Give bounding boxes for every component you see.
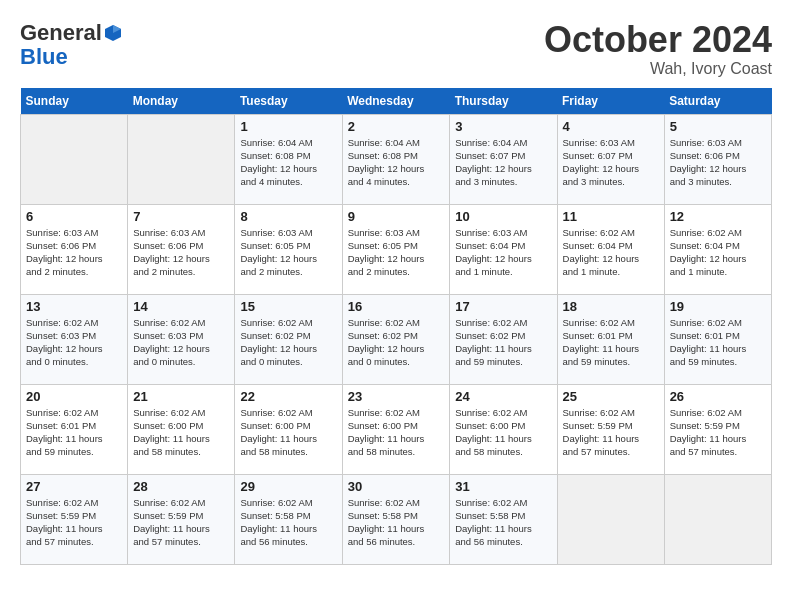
- logo-blue-text: Blue: [20, 44, 68, 70]
- day-number: 11: [563, 209, 659, 224]
- week-row-5: 27Sunrise: 6:02 AM Sunset: 5:59 PM Dayli…: [21, 474, 772, 564]
- calendar-cell: 11Sunrise: 6:02 AM Sunset: 6:04 PM Dayli…: [557, 204, 664, 294]
- calendar-cell: 26Sunrise: 6:02 AM Sunset: 5:59 PM Dayli…: [664, 384, 771, 474]
- day-info: Sunrise: 6:02 AM Sunset: 6:02 PM Dayligh…: [455, 316, 551, 369]
- day-number: 21: [133, 389, 229, 404]
- day-number: 28: [133, 479, 229, 494]
- calendar-cell: [128, 114, 235, 204]
- calendar-cell: 24Sunrise: 6:02 AM Sunset: 6:00 PM Dayli…: [450, 384, 557, 474]
- day-info: Sunrise: 6:02 AM Sunset: 6:01 PM Dayligh…: [26, 406, 122, 459]
- day-number: 7: [133, 209, 229, 224]
- calendar-cell: [21, 114, 128, 204]
- calendar-cell: 1Sunrise: 6:04 AM Sunset: 6:08 PM Daylig…: [235, 114, 342, 204]
- day-info: Sunrise: 6:03 AM Sunset: 6:06 PM Dayligh…: [133, 226, 229, 279]
- weekday-header-friday: Friday: [557, 88, 664, 115]
- week-row-2: 6Sunrise: 6:03 AM Sunset: 6:06 PM Daylig…: [21, 204, 772, 294]
- day-number: 15: [240, 299, 336, 314]
- day-number: 10: [455, 209, 551, 224]
- calendar-cell: 18Sunrise: 6:02 AM Sunset: 6:01 PM Dayli…: [557, 294, 664, 384]
- day-number: 3: [455, 119, 551, 134]
- day-info: Sunrise: 6:02 AM Sunset: 6:04 PM Dayligh…: [563, 226, 659, 279]
- calendar-cell: 20Sunrise: 6:02 AM Sunset: 6:01 PM Dayli…: [21, 384, 128, 474]
- day-info: Sunrise: 6:02 AM Sunset: 5:59 PM Dayligh…: [133, 496, 229, 549]
- day-number: 20: [26, 389, 122, 404]
- calendar-cell: 3Sunrise: 6:04 AM Sunset: 6:07 PM Daylig…: [450, 114, 557, 204]
- day-number: 12: [670, 209, 766, 224]
- day-number: 13: [26, 299, 122, 314]
- calendar-cell: 28Sunrise: 6:02 AM Sunset: 5:59 PM Dayli…: [128, 474, 235, 564]
- page-header: General Blue October 2024 Wah, Ivory Coa…: [20, 20, 772, 78]
- day-number: 27: [26, 479, 122, 494]
- calendar-cell: 31Sunrise: 6:02 AM Sunset: 5:58 PM Dayli…: [450, 474, 557, 564]
- day-info: Sunrise: 6:02 AM Sunset: 5:59 PM Dayligh…: [670, 406, 766, 459]
- weekday-header-row: SundayMondayTuesdayWednesdayThursdayFrid…: [21, 88, 772, 115]
- day-number: 2: [348, 119, 445, 134]
- calendar-cell: 17Sunrise: 6:02 AM Sunset: 6:02 PM Dayli…: [450, 294, 557, 384]
- calendar-cell: 5Sunrise: 6:03 AM Sunset: 6:06 PM Daylig…: [664, 114, 771, 204]
- day-info: Sunrise: 6:02 AM Sunset: 6:03 PM Dayligh…: [26, 316, 122, 369]
- day-number: 22: [240, 389, 336, 404]
- calendar-cell: 13Sunrise: 6:02 AM Sunset: 6:03 PM Dayli…: [21, 294, 128, 384]
- day-info: Sunrise: 6:02 AM Sunset: 6:03 PM Dayligh…: [133, 316, 229, 369]
- calendar-cell: 15Sunrise: 6:02 AM Sunset: 6:02 PM Dayli…: [235, 294, 342, 384]
- day-info: Sunrise: 6:02 AM Sunset: 6:00 PM Dayligh…: [348, 406, 445, 459]
- day-info: Sunrise: 6:03 AM Sunset: 6:06 PM Dayligh…: [26, 226, 122, 279]
- day-info: Sunrise: 6:03 AM Sunset: 6:06 PM Dayligh…: [670, 136, 766, 189]
- calendar-cell: [664, 474, 771, 564]
- calendar-cell: 2Sunrise: 6:04 AM Sunset: 6:08 PM Daylig…: [342, 114, 450, 204]
- title-area: October 2024 Wah, Ivory Coast: [544, 20, 772, 78]
- day-info: Sunrise: 6:03 AM Sunset: 6:07 PM Dayligh…: [563, 136, 659, 189]
- day-info: Sunrise: 6:03 AM Sunset: 6:04 PM Dayligh…: [455, 226, 551, 279]
- day-info: Sunrise: 6:04 AM Sunset: 6:08 PM Dayligh…: [240, 136, 336, 189]
- calendar-cell: 25Sunrise: 6:02 AM Sunset: 5:59 PM Dayli…: [557, 384, 664, 474]
- calendar-cell: 23Sunrise: 6:02 AM Sunset: 6:00 PM Dayli…: [342, 384, 450, 474]
- day-info: Sunrise: 6:02 AM Sunset: 6:00 PM Dayligh…: [240, 406, 336, 459]
- day-number: 23: [348, 389, 445, 404]
- day-number: 26: [670, 389, 766, 404]
- logo: General Blue: [20, 20, 122, 70]
- day-number: 4: [563, 119, 659, 134]
- day-info: Sunrise: 6:02 AM Sunset: 6:01 PM Dayligh…: [670, 316, 766, 369]
- day-info: Sunrise: 6:02 AM Sunset: 6:02 PM Dayligh…: [348, 316, 445, 369]
- day-info: Sunrise: 6:02 AM Sunset: 6:04 PM Dayligh…: [670, 226, 766, 279]
- day-info: Sunrise: 6:02 AM Sunset: 5:58 PM Dayligh…: [455, 496, 551, 549]
- weekday-header-saturday: Saturday: [664, 88, 771, 115]
- day-info: Sunrise: 6:02 AM Sunset: 5:59 PM Dayligh…: [26, 496, 122, 549]
- calendar-cell: 6Sunrise: 6:03 AM Sunset: 6:06 PM Daylig…: [21, 204, 128, 294]
- calendar-cell: 21Sunrise: 6:02 AM Sunset: 6:00 PM Dayli…: [128, 384, 235, 474]
- calendar-cell: 19Sunrise: 6:02 AM Sunset: 6:01 PM Dayli…: [664, 294, 771, 384]
- day-number: 25: [563, 389, 659, 404]
- calendar-cell: 10Sunrise: 6:03 AM Sunset: 6:04 PM Dayli…: [450, 204, 557, 294]
- day-number: 6: [26, 209, 122, 224]
- week-row-4: 20Sunrise: 6:02 AM Sunset: 6:01 PM Dayli…: [21, 384, 772, 474]
- month-title: October 2024: [544, 20, 772, 60]
- day-number: 8: [240, 209, 336, 224]
- day-info: Sunrise: 6:02 AM Sunset: 6:00 PM Dayligh…: [133, 406, 229, 459]
- calendar-cell: 22Sunrise: 6:02 AM Sunset: 6:00 PM Dayli…: [235, 384, 342, 474]
- day-number: 24: [455, 389, 551, 404]
- day-info: Sunrise: 6:03 AM Sunset: 6:05 PM Dayligh…: [240, 226, 336, 279]
- day-number: 1: [240, 119, 336, 134]
- calendar-cell: 8Sunrise: 6:03 AM Sunset: 6:05 PM Daylig…: [235, 204, 342, 294]
- calendar-cell: 4Sunrise: 6:03 AM Sunset: 6:07 PM Daylig…: [557, 114, 664, 204]
- week-row-3: 13Sunrise: 6:02 AM Sunset: 6:03 PM Dayli…: [21, 294, 772, 384]
- calendar-cell: 16Sunrise: 6:02 AM Sunset: 6:02 PM Dayli…: [342, 294, 450, 384]
- calendar-cell: 7Sunrise: 6:03 AM Sunset: 6:06 PM Daylig…: [128, 204, 235, 294]
- day-number: 18: [563, 299, 659, 314]
- weekday-header-thursday: Thursday: [450, 88, 557, 115]
- day-info: Sunrise: 6:02 AM Sunset: 5:59 PM Dayligh…: [563, 406, 659, 459]
- calendar-cell: 27Sunrise: 6:02 AM Sunset: 5:59 PM Dayli…: [21, 474, 128, 564]
- calendar-cell: 29Sunrise: 6:02 AM Sunset: 5:58 PM Dayli…: [235, 474, 342, 564]
- day-info: Sunrise: 6:03 AM Sunset: 6:05 PM Dayligh…: [348, 226, 445, 279]
- logo-icon: [104, 24, 122, 42]
- day-number: 5: [670, 119, 766, 134]
- weekday-header-tuesday: Tuesday: [235, 88, 342, 115]
- day-info: Sunrise: 6:04 AM Sunset: 6:08 PM Dayligh…: [348, 136, 445, 189]
- day-number: 30: [348, 479, 445, 494]
- day-info: Sunrise: 6:02 AM Sunset: 5:58 PM Dayligh…: [348, 496, 445, 549]
- day-info: Sunrise: 6:02 AM Sunset: 6:01 PM Dayligh…: [563, 316, 659, 369]
- calendar-cell: 30Sunrise: 6:02 AM Sunset: 5:58 PM Dayli…: [342, 474, 450, 564]
- day-number: 9: [348, 209, 445, 224]
- calendar-table: SundayMondayTuesdayWednesdayThursdayFrid…: [20, 88, 772, 565]
- day-number: 17: [455, 299, 551, 314]
